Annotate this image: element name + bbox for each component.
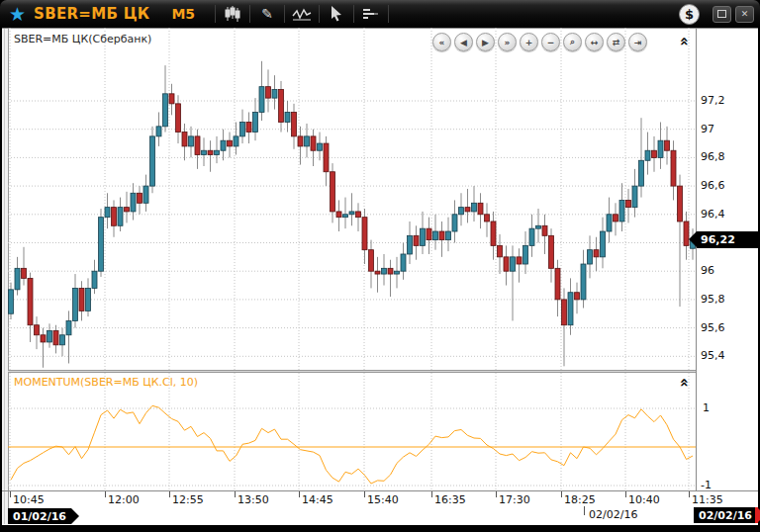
price-axis-label: 96,4 bbox=[701, 208, 725, 221]
price-axis-label: 96,8 bbox=[701, 150, 725, 163]
time-axis-tick bbox=[169, 491, 170, 497]
plot-right-border bbox=[696, 29, 697, 490]
price-axis-label: 95,4 bbox=[701, 349, 725, 362]
price-axis-label: 95,6 bbox=[701, 321, 725, 334]
momentum-axis-lo: -1 bbox=[701, 479, 712, 491]
time-axis-label: 16:35 bbox=[434, 493, 466, 506]
time-axis-tick bbox=[431, 491, 432, 497]
price-axis-label: 95,8 bbox=[701, 293, 725, 306]
trading-terminal-window: ★ SBER=МБ ЦК M5 ✎ $ ✕ SBER=МБ ЦК(Сбербан… bbox=[0, 0, 760, 532]
date-badge-right: 02/02/16 bbox=[694, 507, 757, 523]
time-axis-label: 13:50 bbox=[238, 493, 269, 506]
time-axis-label: 10:45 bbox=[13, 493, 45, 506]
time-axis-tick bbox=[496, 491, 497, 497]
scroll-to-end-button[interactable]: ⇥ bbox=[628, 33, 647, 51]
price-chart[interactable] bbox=[8, 28, 696, 370]
zoom-region-button[interactable]: ⌕ bbox=[563, 33, 582, 51]
price-axis-label: 97,2 bbox=[701, 94, 725, 107]
time-axis-border bbox=[2, 490, 758, 491]
momentum-pane-title: MOMENTUM(SBER=МБ ЦК.Cl, 10) bbox=[14, 376, 198, 389]
price-axis-label: 97 bbox=[701, 123, 714, 135]
time-axis-label: 12:00 bbox=[108, 493, 140, 506]
time-axis-tick bbox=[299, 491, 300, 497]
time-axis-tick bbox=[625, 491, 626, 497]
price-axis-label: 96,6 bbox=[701, 179, 725, 192]
scroll-left-button[interactable]: ◀ bbox=[454, 33, 473, 51]
time-axis-label: 11:35 bbox=[692, 493, 723, 506]
time-axis-label: 18:25 bbox=[564, 493, 596, 506]
chart-nav-toolbar: «◀▶»+−⌕↔⇄⇥ bbox=[432, 33, 647, 51]
zoom-out-button[interactable]: − bbox=[541, 33, 560, 51]
time-axis-tick bbox=[105, 491, 106, 497]
price-axis-label: 96 bbox=[701, 264, 714, 277]
time-axis-label: 15:40 bbox=[367, 493, 399, 506]
scroll-fast-left-button[interactable]: « bbox=[432, 33, 451, 51]
compress-horizontal-button[interactable]: ↔ bbox=[585, 33, 604, 51]
time-axis-label: 10:40 bbox=[628, 493, 660, 506]
time-axis-tick bbox=[689, 491, 690, 497]
time-axis-label: 12:55 bbox=[172, 493, 204, 506]
zoom-in-button[interactable]: + bbox=[520, 33, 538, 51]
scroll-fast-right-button[interactable]: » bbox=[498, 33, 517, 51]
time-axis-label: 14:45 bbox=[302, 493, 333, 506]
time-axis-tick bbox=[364, 491, 365, 497]
time-axis-tick bbox=[235, 491, 236, 497]
scroll-right-button[interactable]: ▶ bbox=[476, 33, 495, 51]
momentum-axis-hi: 1 bbox=[703, 401, 710, 414]
last-price-badge: 96,22 bbox=[697, 231, 760, 248]
date-label-mid: 02/02/16 bbox=[589, 508, 637, 521]
collapse-momentum-pane-icon[interactable]: » bbox=[678, 378, 690, 388]
date-mid-tick bbox=[584, 506, 585, 515]
compress-candles-button[interactable]: ⇄ bbox=[607, 33, 625, 51]
price-pane-title: SBER=МБ ЦК(Сбербанк) bbox=[14, 33, 151, 45]
time-axis-label: 17:30 bbox=[499, 493, 530, 506]
collapse-price-pane-icon[interactable]: » bbox=[678, 37, 690, 46]
date-badge-left: 01/02/16 bbox=[8, 508, 71, 524]
momentum-chart[interactable] bbox=[8, 373, 696, 490]
time-axis-tick bbox=[561, 491, 562, 497]
time-axis-tick bbox=[10, 491, 11, 497]
